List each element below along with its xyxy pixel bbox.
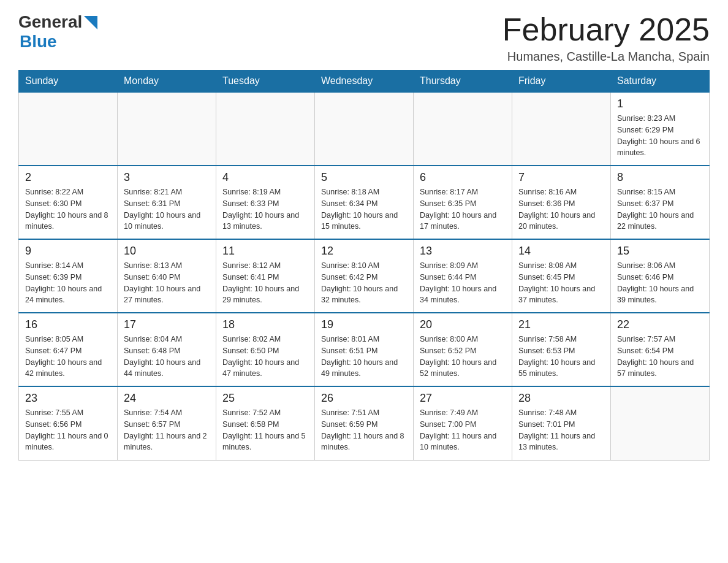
day-info: Sunrise: 8:10 AM Sunset: 6:42 PM Dayligh… [321, 260, 407, 306]
calendar-day-cell: 28Sunrise: 7:48 AM Sunset: 7:01 PM Dayli… [512, 386, 611, 460]
day-info: Sunrise: 8:18 AM Sunset: 6:34 PM Dayligh… [321, 186, 407, 232]
day-info: Sunrise: 8:12 AM Sunset: 6:41 PM Dayligh… [222, 260, 308, 306]
weekday-header: Tuesday [216, 71, 315, 93]
title-section: February 2025 Humanes, Castille-La Manch… [502, 12, 710, 64]
calendar-day-cell: 10Sunrise: 8:13 AM Sunset: 6:40 PM Dayli… [118, 239, 216, 313]
calendar-day-cell: 3Sunrise: 8:21 AM Sunset: 6:31 PM Daylig… [118, 166, 216, 239]
weekday-header: Wednesday [315, 71, 414, 93]
weekday-header: Thursday [414, 71, 512, 93]
day-number: 28 [518, 392, 604, 405]
calendar-week-row: 2Sunrise: 8:22 AM Sunset: 6:30 PM Daylig… [19, 166, 710, 239]
day-number: 22 [617, 318, 703, 331]
day-info: Sunrise: 8:01 AM Sunset: 6:51 PM Dayligh… [321, 334, 407, 380]
calendar-day-cell: 13Sunrise: 8:09 AM Sunset: 6:44 PM Dayli… [414, 239, 512, 313]
location-subtitle: Humanes, Castille-La Mancha, Spain [502, 50, 710, 64]
calendar-week-row: 1Sunrise: 8:23 AM Sunset: 6:29 PM Daylig… [19, 92, 710, 166]
calendar-week-row: 9Sunrise: 8:14 AM Sunset: 6:39 PM Daylig… [19, 239, 710, 313]
day-info: Sunrise: 8:16 AM Sunset: 6:36 PM Dayligh… [518, 186, 604, 232]
calendar-day-cell: 11Sunrise: 8:12 AM Sunset: 6:41 PM Dayli… [216, 239, 315, 313]
day-number: 19 [321, 318, 407, 331]
day-number: 10 [124, 245, 210, 258]
day-number: 6 [420, 171, 506, 184]
day-info: Sunrise: 8:15 AM Sunset: 6:37 PM Dayligh… [617, 186, 703, 232]
day-number: 5 [321, 171, 407, 184]
calendar-day-cell: 14Sunrise: 8:08 AM Sunset: 6:45 PM Dayli… [512, 239, 611, 313]
day-info: Sunrise: 8:13 AM Sunset: 6:40 PM Dayligh… [124, 260, 210, 306]
day-info: Sunrise: 7:52 AM Sunset: 6:58 PM Dayligh… [222, 407, 308, 453]
month-title: February 2025 [502, 12, 710, 47]
weekday-header: Monday [118, 71, 216, 93]
calendar-week-row: 16Sunrise: 8:05 AM Sunset: 6:47 PM Dayli… [19, 313, 710, 386]
calendar-day-cell: 25Sunrise: 7:52 AM Sunset: 6:58 PM Dayli… [216, 386, 315, 460]
calendar-table: SundayMondayTuesdayWednesdayThursdayFrid… [18, 70, 710, 461]
day-number: 18 [222, 318, 308, 331]
day-number: 3 [124, 171, 210, 184]
day-number: 1 [617, 98, 703, 110]
day-number: 24 [124, 392, 210, 405]
logo-triangle-icon [84, 16, 97, 32]
calendar-day-cell: 23Sunrise: 7:55 AM Sunset: 6:56 PM Dayli… [19, 386, 118, 460]
day-info: Sunrise: 7:54 AM Sunset: 6:57 PM Dayligh… [124, 407, 210, 453]
day-info: Sunrise: 8:02 AM Sunset: 6:50 PM Dayligh… [222, 334, 308, 380]
day-number: 12 [321, 245, 407, 258]
day-number: 9 [25, 245, 111, 258]
day-info: Sunrise: 7:57 AM Sunset: 6:54 PM Dayligh… [617, 334, 703, 380]
day-number: 27 [420, 392, 506, 405]
day-info: Sunrise: 8:23 AM Sunset: 6:29 PM Dayligh… [617, 113, 703, 159]
svg-marker-0 [84, 16, 97, 29]
calendar-day-cell [512, 92, 611, 166]
calendar-day-cell: 17Sunrise: 8:04 AM Sunset: 6:48 PM Dayli… [118, 313, 216, 386]
weekday-header: Sunday [19, 71, 118, 93]
day-number: 15 [617, 245, 703, 258]
calendar-day-cell: 4Sunrise: 8:19 AM Sunset: 6:33 PM Daylig… [216, 166, 315, 239]
calendar-day-cell: 2Sunrise: 8:22 AM Sunset: 6:30 PM Daylig… [19, 166, 118, 239]
calendar-day-cell: 7Sunrise: 8:16 AM Sunset: 6:36 PM Daylig… [512, 166, 611, 239]
calendar-day-cell: 24Sunrise: 7:54 AM Sunset: 6:57 PM Dayli… [118, 386, 216, 460]
calendar-day-cell [611, 386, 710, 460]
weekday-header-row: SundayMondayTuesdayWednesdayThursdayFrid… [19, 71, 710, 93]
calendar-day-cell: 26Sunrise: 7:51 AM Sunset: 6:59 PM Dayli… [315, 386, 414, 460]
calendar-day-cell [315, 92, 414, 166]
day-number: 23 [25, 392, 111, 405]
calendar-day-cell: 18Sunrise: 8:02 AM Sunset: 6:50 PM Dayli… [216, 313, 315, 386]
day-info: Sunrise: 8:19 AM Sunset: 6:33 PM Dayligh… [222, 186, 308, 232]
calendar-day-cell [216, 92, 315, 166]
day-info: Sunrise: 7:58 AM Sunset: 6:53 PM Dayligh… [518, 334, 604, 380]
calendar-day-cell [414, 92, 512, 166]
day-info: Sunrise: 8:22 AM Sunset: 6:30 PM Dayligh… [25, 186, 111, 232]
day-number: 26 [321, 392, 407, 405]
calendar-day-cell [118, 92, 216, 166]
day-number: 25 [222, 392, 308, 405]
day-info: Sunrise: 7:48 AM Sunset: 7:01 PM Dayligh… [518, 407, 604, 453]
day-info: Sunrise: 8:05 AM Sunset: 6:47 PM Dayligh… [25, 334, 111, 380]
day-info: Sunrise: 8:06 AM Sunset: 6:46 PM Dayligh… [617, 260, 703, 306]
logo-blue-text: Blue [20, 32, 57, 51]
day-info: Sunrise: 8:04 AM Sunset: 6:48 PM Dayligh… [124, 334, 210, 380]
calendar-day-cell: 15Sunrise: 8:06 AM Sunset: 6:46 PM Dayli… [611, 239, 710, 313]
calendar-day-cell: 21Sunrise: 7:58 AM Sunset: 6:53 PM Dayli… [512, 313, 611, 386]
page-header: General Blue February 2025 Humanes, Cast… [18, 12, 710, 64]
day-number: 8 [617, 171, 703, 184]
weekday-header: Friday [512, 71, 611, 93]
calendar-day-cell: 27Sunrise: 7:49 AM Sunset: 7:00 PM Dayli… [414, 386, 512, 460]
day-number: 14 [518, 245, 604, 258]
calendar-day-cell [19, 92, 118, 166]
day-number: 4 [222, 171, 308, 184]
weekday-header: Saturday [611, 71, 710, 93]
day-info: Sunrise: 8:09 AM Sunset: 6:44 PM Dayligh… [420, 260, 506, 306]
day-info: Sunrise: 8:14 AM Sunset: 6:39 PM Dayligh… [25, 260, 111, 306]
day-number: 2 [25, 171, 111, 184]
calendar-week-row: 23Sunrise: 7:55 AM Sunset: 6:56 PM Dayli… [19, 386, 710, 460]
calendar-day-cell: 12Sunrise: 8:10 AM Sunset: 6:42 PM Dayli… [315, 239, 414, 313]
day-number: 20 [420, 318, 506, 331]
calendar-day-cell: 1Sunrise: 8:23 AM Sunset: 6:29 PM Daylig… [611, 92, 710, 166]
calendar-day-cell: 8Sunrise: 8:15 AM Sunset: 6:37 PM Daylig… [611, 166, 710, 239]
calendar-day-cell: 22Sunrise: 7:57 AM Sunset: 6:54 PM Dayli… [611, 313, 710, 386]
day-number: 11 [222, 245, 308, 258]
day-info: Sunrise: 7:55 AM Sunset: 6:56 PM Dayligh… [25, 407, 111, 453]
calendar-day-cell: 16Sunrise: 8:05 AM Sunset: 6:47 PM Dayli… [19, 313, 118, 386]
day-number: 13 [420, 245, 506, 258]
day-info: Sunrise: 7:51 AM Sunset: 6:59 PM Dayligh… [321, 407, 407, 453]
day-number: 7 [518, 171, 604, 184]
calendar-day-cell: 19Sunrise: 8:01 AM Sunset: 6:51 PM Dayli… [315, 313, 414, 386]
